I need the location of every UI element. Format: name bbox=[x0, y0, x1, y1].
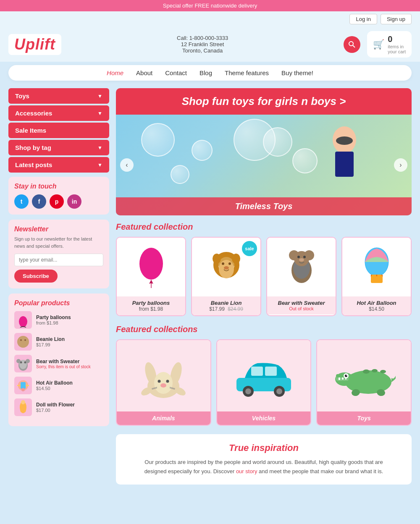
svg-rect-15 bbox=[21, 382, 26, 389]
slide-prev-button[interactable]: ‹ bbox=[120, 158, 134, 172]
logo[interactable]: Uplift bbox=[8, 34, 61, 55]
our-story-link[interactable]: our story bbox=[236, 468, 257, 474]
svg-point-75 bbox=[346, 375, 347, 376]
product-card-hot-balloon[interactable]: Hot Air Balloon $14.50 bbox=[341, 237, 412, 316]
svg-rect-24 bbox=[335, 152, 354, 177]
search-button[interactable] bbox=[344, 36, 360, 53]
svg-point-82 bbox=[372, 369, 378, 372]
popular-item[interactable]: Hot Air Balloon $14.50 bbox=[14, 377, 103, 394]
bear-illustration bbox=[285, 246, 318, 288]
slide-caption: Timeless Toys bbox=[116, 197, 412, 215]
sidebar: Toys ▼ Accessories ▼ Sale Items Shop by … bbox=[8, 88, 109, 493]
sidebar-item-posts[interactable]: Latest posts ▼ bbox=[8, 157, 109, 173]
newsletter-box: Newsletter Sign up to our newsletter for… bbox=[8, 220, 109, 288]
svg-point-20 bbox=[21, 400, 25, 404]
popular-item[interactable]: Doll with Flower $17.00 bbox=[14, 398, 103, 416]
nav-blog[interactable]: Blog bbox=[200, 69, 212, 76]
nav-home[interactable]: Home bbox=[107, 69, 123, 76]
main-layout: Toys ▼ Accessories ▼ Sale Items Shop by … bbox=[0, 84, 420, 497]
svg-point-12 bbox=[16, 359, 21, 363]
svg-point-32 bbox=[228, 262, 231, 265]
collection-card-animals[interactable]: Animals bbox=[116, 339, 211, 426]
svg-line-1 bbox=[353, 45, 355, 47]
svg-point-41 bbox=[297, 256, 300, 258]
instagram-icon[interactable]: in bbox=[67, 194, 81, 209]
svg-point-66 bbox=[245, 388, 251, 394]
car-illustration bbox=[232, 355, 295, 397]
twitter-icon[interactable]: t bbox=[14, 194, 29, 209]
banner-text: Special offer FREE nationwide delivery bbox=[163, 3, 257, 9]
inspiration-text: Our products are inspired by the people … bbox=[138, 458, 390, 476]
nav-contact[interactable]: Contact bbox=[165, 69, 187, 76]
popular-products-title: Popular products bbox=[14, 299, 103, 307]
product-card-balloon[interactable]: Party balloons from $1.98 bbox=[116, 237, 186, 316]
login-button[interactable]: Log in bbox=[349, 14, 377, 24]
newsletter-title: Newsletter bbox=[14, 225, 103, 233]
featured-collections-title: Featured collections bbox=[116, 325, 412, 334]
slide-girl-illustration bbox=[294, 115, 378, 199]
pinterest-icon[interactable]: p bbox=[50, 194, 64, 209]
header-right: 🛒 0 items inyour cart bbox=[344, 31, 412, 58]
collection-label-animals: Animals bbox=[117, 411, 210, 425]
facebook-icon[interactable]: f bbox=[32, 194, 46, 209]
svg-point-5 bbox=[19, 338, 27, 348]
product-grid: Party balloons from $1.98 sale bbox=[116, 237, 412, 316]
bubble-decoration bbox=[141, 123, 175, 157]
popular-item[interactable]: Beanie Lion $17.99 bbox=[14, 333, 103, 351]
popular-item[interactable]: Bear with Sweater Sorry, this item is ou… bbox=[14, 355, 103, 372]
svg-point-31 bbox=[222, 262, 224, 265]
svg-rect-78 bbox=[345, 377, 346, 380]
nav-buy-theme[interactable]: Buy theme! bbox=[281, 69, 313, 76]
sidebar-item-sale[interactable]: Sale Items bbox=[8, 123, 109, 138]
collection-grid: Animals bbox=[116, 339, 412, 426]
product-card-lion[interactable]: sale bbox=[191, 237, 261, 316]
inspiration-section: True inspiration Our products are inspir… bbox=[116, 434, 412, 485]
nav-about[interactable]: About bbox=[136, 69, 152, 76]
collection-card-toys[interactable]: Toys bbox=[316, 339, 412, 426]
subscribe-button[interactable]: Subscribe bbox=[14, 270, 58, 283]
svg-point-35 bbox=[232, 254, 240, 264]
bubble-decoration bbox=[192, 140, 213, 161]
cart-area[interactable]: 🛒 0 items inyour cart bbox=[367, 31, 412, 58]
cart-count: 0 bbox=[388, 34, 406, 44]
sidebar-item-tag[interactable]: Shop by tag ▼ bbox=[8, 140, 109, 155]
rabbit-illustration bbox=[138, 348, 189, 403]
cart-text: items inyour cart bbox=[388, 44, 406, 54]
nav-theme-features[interactable]: Theme features bbox=[225, 69, 269, 76]
popular-products-box: Popular products Party balloons from $1.… bbox=[8, 293, 109, 426]
slide-next-button[interactable]: › bbox=[394, 158, 407, 172]
svg-point-53 bbox=[158, 380, 161, 383]
svg-rect-63 bbox=[251, 367, 263, 376]
signup-button[interactable]: Sign up bbox=[381, 14, 412, 24]
cart-icon: 🛒 bbox=[373, 39, 384, 50]
svg-rect-77 bbox=[342, 377, 344, 380]
sidebar-item-accessories[interactable]: Accessories ▼ bbox=[8, 105, 109, 121]
chevron-down-icon: ▼ bbox=[97, 145, 102, 151]
stay-in-touch-title: Stay in touch bbox=[14, 183, 103, 190]
product-card-bear[interactable]: Bear with Sweater Out of stock bbox=[266, 237, 336, 316]
svg-point-22 bbox=[24, 407, 26, 412]
svg-point-16 bbox=[21, 388, 25, 391]
main-nav: Home About Contact Blog Theme features B… bbox=[8, 65, 412, 81]
sidebar-item-toys[interactable]: Toys ▼ bbox=[8, 88, 109, 104]
lion-illustration bbox=[207, 246, 245, 288]
featured-collection-title: Featured collection bbox=[116, 222, 412, 232]
inspiration-title: True inspiration bbox=[124, 443, 403, 453]
svg-rect-76 bbox=[339, 377, 340, 380]
hot-air-balloon-illustration bbox=[360, 246, 394, 288]
svg-point-2 bbox=[19, 316, 27, 327]
sale-badge: sale bbox=[242, 241, 257, 256]
product-thumb bbox=[14, 355, 32, 372]
svg-point-42 bbox=[303, 256, 306, 258]
crocodile-illustration bbox=[333, 351, 396, 401]
newsletter-desc: Sign up to our newsletter for the latest… bbox=[14, 236, 103, 249]
hero-banner[interactable]: Shop fun toys for girls n boys > bbox=[116, 88, 412, 115]
header: Uplift Call: 1-800-000-3333 12 Franklin … bbox=[0, 27, 420, 62]
newsletter-email-input[interactable] bbox=[14, 254, 103, 266]
svg-point-21 bbox=[20, 407, 23, 412]
svg-point-43 bbox=[299, 258, 304, 262]
popular-item[interactable]: Party balloons from $1.98 bbox=[14, 311, 103, 329]
collection-card-vehicles[interactable]: Vehicles bbox=[216, 339, 312, 426]
contact-info: Call: 1-800-000-3333 12 Franklin Street … bbox=[177, 35, 228, 54]
product-thumb bbox=[14, 377, 32, 394]
